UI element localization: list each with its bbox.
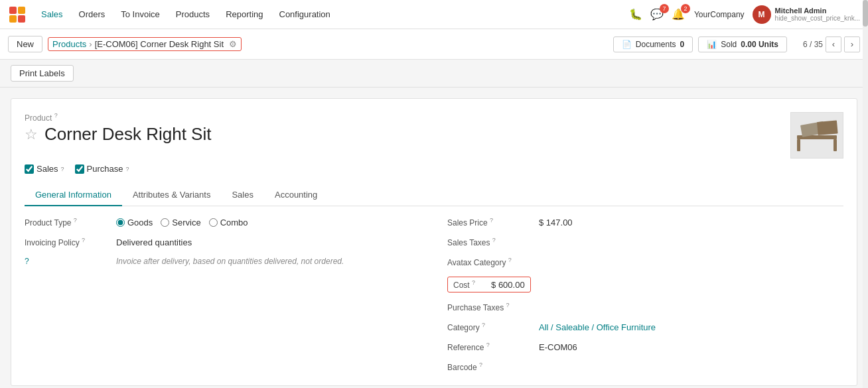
goods-radio[interactable] <box>116 218 125 227</box>
service-radio[interactable] <box>161 218 169 227</box>
pager-prev-button[interactable]: ‹ <box>826 36 841 52</box>
combo-label: Combo <box>220 218 248 227</box>
tabs: General Information Attributes & Variant… <box>25 184 843 206</box>
goods-label: Goods <box>127 218 153 227</box>
svg-rect-3 <box>18 15 25 23</box>
svg-rect-8 <box>817 120 838 135</box>
form-content: Product Type ? Goods Service <box>25 217 843 372</box>
nav-item-configuration[interactable]: Configuration <box>273 5 337 23</box>
purchase-checkbox-item: Purchase ? <box>75 164 129 174</box>
main-content: Product ? ☆ Corner Desk Right Sit <box>0 88 868 388</box>
breadcrumb-current: [E-COM06] Corner Desk Right Sit <box>95 39 224 49</box>
invoicing-policy-label: Invoicing Policy ? <box>25 237 111 247</box>
invoicing-policy-row: Invoicing Policy ? Delivered quantities <box>25 237 421 247</box>
nav-item-sales[interactable]: Sales <box>35 5 70 23</box>
nav-item-reporting[interactable]: Reporting <box>219 5 269 23</box>
tab-attributes-variants[interactable]: Attributes & Variants <box>122 184 222 206</box>
action-bar: Print Labels <box>0 60 868 88</box>
product-name-row: ☆ Corner Desk Right Sit <box>25 124 790 145</box>
invoicing-policy-value: Delivered quantities <box>116 237 192 247</box>
nav-company[interactable]: YourCompany <box>694 10 745 19</box>
pager-next-button[interactable]: › <box>844 36 860 52</box>
sales-checkbox-label: Sales <box>36 164 58 174</box>
cost-box: Cost ? $ 600.00 <box>447 277 531 292</box>
nav-item-orders[interactable]: Orders <box>72 5 112 23</box>
product-type-radio-group: Goods Service Combo <box>116 218 248 227</box>
svg-rect-0 <box>9 7 17 14</box>
purchase-checkbox-label: Purchase <box>87 164 123 174</box>
nav-avatar: M <box>753 5 771 24</box>
service-radio-item: Service <box>161 218 200 227</box>
print-labels-button[interactable]: Print Labels <box>11 65 74 82</box>
category-row: Category ? All / Saleable / Office Furni… <box>447 322 843 332</box>
sales-taxes-row: Sales Taxes ? <box>447 237 843 247</box>
svg-rect-5 <box>797 139 800 151</box>
breadcrumb-parent-link[interactable]: Products <box>52 39 86 49</box>
documents-label: Documents <box>636 40 676 49</box>
product-header: Product ? ☆ Corner Desk Right Sit <box>25 112 843 159</box>
activity-badge: 2 <box>681 4 690 13</box>
svg-rect-2 <box>9 15 17 23</box>
purchase-taxes-label: Purchase Taxes ? <box>447 302 534 312</box>
avatax-row: Avatax Category ? <box>447 257 843 267</box>
sold-button[interactable]: 📊 Sold 0.00 Units <box>698 36 787 52</box>
pager: 6 / 35 ‹ › <box>803 36 860 52</box>
breadcrumb-path: Products › [E-COM06] Corner Desk Right S… <box>48 37 242 51</box>
scrollbar-track <box>863 0 868 388</box>
purchase-checkbox[interactable] <box>75 164 84 174</box>
service-label: Service <box>172 218 200 227</box>
top-nav: Sales Orders To Invoice Products Reporti… <box>0 0 868 29</box>
svg-rect-1 <box>18 7 25 14</box>
new-button[interactable]: New <box>8 36 42 52</box>
product-type-label: Product Type ? <box>25 217 111 227</box>
checkboxes-row: Sales ? Purchase ? <box>25 164 843 174</box>
sales-price-value: $ 147.00 <box>539 218 573 227</box>
cost-label: Cost ? <box>453 279 475 290</box>
nav-logo[interactable] <box>8 5 27 24</box>
nav-item-products[interactable]: Products <box>169 5 216 23</box>
tab-accounting[interactable]: Accounting <box>264 184 328 206</box>
sales-help-icon[interactable]: ? <box>61 166 64 172</box>
purchase-taxes-row: Purchase Taxes ? <box>447 302 843 312</box>
scrollbar-thumb[interactable] <box>863 0 868 27</box>
documents-icon: 📄 <box>622 40 632 49</box>
combo-radio-item: Combo <box>209 218 248 227</box>
tab-general-information[interactable]: General Information <box>25 184 122 206</box>
category-value: All / Saleable / Office Furniture <box>539 322 656 332</box>
sales-checkbox-item: Sales ? <box>25 164 64 174</box>
sold-label: Sold <box>721 40 737 49</box>
nav-activity-icon[interactable]: 🔔 2 <box>669 5 687 23</box>
svg-rect-6 <box>833 139 837 151</box>
combo-radio[interactable] <box>209 218 218 227</box>
documents-button[interactable]: 📄 Documents 0 <box>613 36 693 52</box>
sales-checkbox[interactable] <box>25 164 34 174</box>
breadcrumb-separator: › <box>89 39 92 49</box>
star-icon[interactable]: ☆ <box>25 126 38 143</box>
form-right: Sales Price ? $ 147.00 Sales Taxes ? Ava… <box>447 217 843 372</box>
reference-row: Reference ? E-COM06 <box>447 342 843 352</box>
sales-taxes-label: Sales Taxes ? <box>447 237 534 247</box>
tab-sales[interactable]: Sales <box>221 184 264 206</box>
product-image <box>790 112 843 159</box>
product-card: Product ? ☆ Corner Desk Right Sit <box>11 98 857 386</box>
product-field-label: Product ? <box>25 112 790 123</box>
barcode-label: Barcode ? <box>447 361 534 372</box>
pager-text: 6 / 35 <box>803 40 823 49</box>
cost-value: $ 600.00 <box>491 280 525 290</box>
help-question-mark[interactable]: ? <box>25 257 29 266</box>
nav-chat-icon[interactable]: 💬 7 <box>648 5 666 23</box>
product-name: Corner Desk Right Sit <box>44 124 211 145</box>
documents-value: 0 <box>680 40 685 49</box>
breadcrumb-gear-icon[interactable]: ⚙ <box>229 39 237 49</box>
nav-item-toinvoice[interactable]: To Invoice <box>114 5 167 23</box>
nav-user[interactable]: M Mitchell Admin hide_show_cost_price_kn… <box>753 5 860 24</box>
barcode-row: Barcode ? <box>447 361 843 372</box>
nav-bug-icon[interactable]: 🐛 <box>626 5 645 23</box>
purchase-help-icon[interactable]: ? <box>125 166 129 172</box>
breadcrumb-bar: New Products › [E-COM06] Corner Desk Rig… <box>0 29 868 60</box>
reference-value: E-COM06 <box>539 342 577 352</box>
nav-user-info: Mitchell Admin hide_show_cost_price_knk.… <box>775 7 860 22</box>
avatax-label: Avatax Category ? <box>447 257 534 267</box>
nav-user-company: hide_show_cost_price_knk... <box>775 15 860 22</box>
goods-radio-item: Goods <box>116 218 153 227</box>
